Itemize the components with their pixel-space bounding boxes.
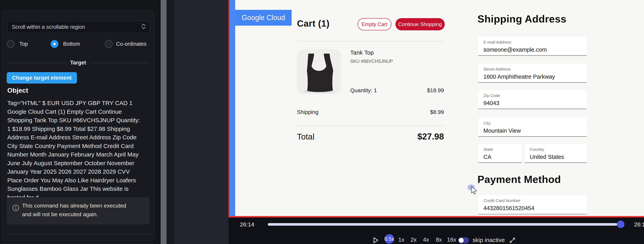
next-command-card-edge [2,243,154,244]
zip-field-value: 94043 [484,100,586,106]
state-field[interactable]: State CA [478,144,522,163]
select-chevrons-icon [141,23,146,31]
divider-line [90,63,150,63]
command-panel-card: Scroll within a scrollable region Top Bo… [2,10,154,241]
skip-inactive-label: skip inactive [472,237,505,244]
zip-field[interactable]: Zip Code 94043 [478,90,586,109]
total-price: $27.98 [417,132,444,142]
state-field-value: CA [484,154,522,160]
radio-bottom-label: Bottom [63,40,80,48]
end-time: 26:1 [634,221,644,228]
fullscreen-icon[interactable] [509,237,516,244]
radio-top-label: Top [19,40,28,48]
speed-8x-button[interactable]: 8x [435,237,443,243]
object-description-text: Tag="HTML" $ EUR USD JPY GBP TRY CAD 1 G… [7,99,144,202]
product-image [297,49,341,94]
quantity-label: Quantity: 1 [350,87,377,94]
element-highlight-border-bottom [228,216,644,217]
shipping-price: $8.99 [430,109,444,115]
speed-2x-button[interactable]: 2x [410,237,418,243]
speed-0-5x-button[interactable]: 0.5x [384,234,394,244]
info-notice-text: This command has already been executed a… [22,202,130,219]
street-field-value: 1600 Amphitheatre Parkway [484,73,586,80]
page-left-blue-ribbon [230,0,235,216]
current-time: 26:14 [240,221,254,228]
radio-bottom[interactable] [50,40,58,48]
replay-stage-background [174,0,228,244]
gutter-strip [166,0,174,244]
shipping-row: Shipping $8.99 [297,109,444,115]
brand-ribbon-badge: Google Cloud [235,10,292,26]
timeline-track[interactable] [268,223,617,226]
payment-method-heading: Payment Method [478,173,561,185]
command-select[interactable]: Scroll within a scrollable region [7,21,150,33]
target-section-divider: Target [7,60,150,66]
country-field[interactable]: Country United States [525,144,586,163]
country-field-value: United States [530,154,586,160]
email-field-label: E-mail Address [484,40,586,44]
radio-coordinates-label: Co-ordinates [116,40,146,48]
panel-scrollbar[interactable] [160,0,166,244]
panel-bottom-divider [7,234,150,234]
city-field-value: Mountain View [484,128,586,134]
cart-divider-top [297,41,444,41]
change-target-button[interactable]: Change target element [7,72,77,84]
email-field-value: someone@example.com [484,46,586,53]
scroll-position-radio-group: Top Bottom Co-ordinates [2,40,154,48]
replay-player-bar: 26:14 26:1 0.5x 1x 2x 4x 8x 16x skip ina… [228,217,644,244]
state-field-label: State [484,147,522,152]
credit-card-field[interactable]: Credit Card Number 4432801561520454 [478,195,586,215]
play-button[interactable] [373,237,379,244]
object-heading: Object [7,86,28,94]
speed-4x-button[interactable]: 4x [422,237,430,243]
zip-field-label: Zip Code [484,93,586,98]
email-field[interactable]: E-mail Address someone@example.com [478,37,586,56]
city-field-label: City [484,121,586,126]
shipping-label: Shipping [297,109,318,115]
empty-cart-button[interactable]: Empty Cart [358,18,392,30]
tank-top-image [297,49,341,94]
city-field[interactable]: City Mountain View [478,118,586,137]
command-select-value: Scroll within a scrollable region [12,24,141,30]
shipping-address-heading: Shipping Address [478,13,566,25]
speed-16x-button[interactable]: 16x [446,237,457,243]
product-name: Tank Top [350,49,374,56]
speed-1x-button[interactable]: 1x [397,237,406,243]
cart-divider-bottom [297,126,444,126]
target-section-label: Target [70,60,86,66]
product-sku: SKU #66VCHSJNUP [350,59,393,64]
country-field-label: Country [530,147,586,152]
radio-top[interactable] [7,40,14,48]
info-icon: i [13,205,19,211]
skip-inactive-toggle[interactable] [458,237,469,244]
total-row: Total $27.98 [297,132,444,142]
web-page-viewport: Google Cloud Cart (1) Empty Cart Continu… [235,0,644,216]
credit-card-field-value: 4432801561520454 [484,205,586,212]
quantity-price-row: Quantity: 1 $18.99 [350,87,444,94]
mouse-cursor [466,182,482,199]
street-field-label: Street Address [484,67,586,71]
radio-coordinates[interactable] [105,40,113,48]
cart-title: Cart (1) [297,18,330,29]
credit-card-field-label: Credit Card Number [484,198,586,203]
divider-line [7,63,66,63]
total-label: Total [297,132,314,142]
item-price: $18.99 [427,87,444,94]
toggle-knob [459,238,464,243]
continue-shopping-button[interactable]: Continue Shopping [396,18,445,30]
timeline-knob[interactable] [617,221,624,228]
street-field[interactable]: Street Address 1600 Amphitheatre Parkway [478,64,586,83]
info-notice-box: i This command has already been executed… [7,197,150,225]
